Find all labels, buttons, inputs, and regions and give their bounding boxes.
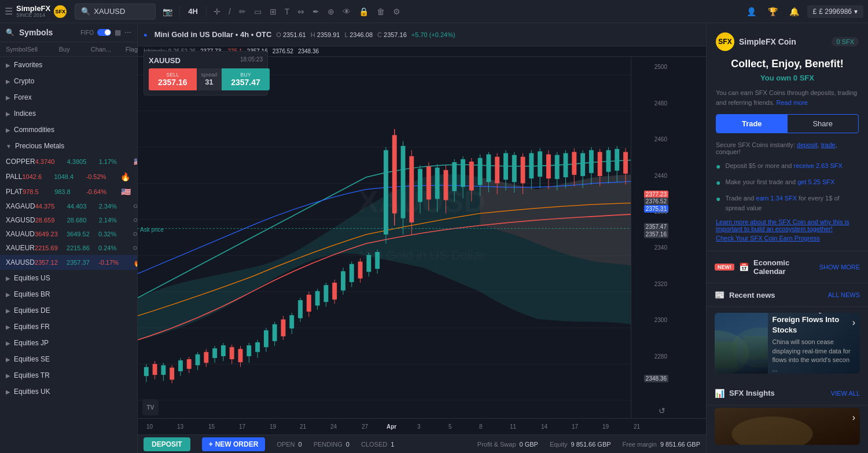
symbol-row-copper[interactable]: COPPER 4.3740 4.3805 1.17% 🇺🇸 [0,154,137,169]
symbol-row-xaueur[interactable]: XAUEUR 2215.69 2215.86 0.24% OTC [0,241,137,255]
candlestick-chart [138,57,668,418]
symbol-row-xauusd[interactable]: XAUUSD 2357.12 2357.37 -0.17% 🔥 [0,255,137,270]
all-news-link[interactable]: ALL NEWS [828,291,860,298]
symbol-row-pall[interactable]: PALL 1042.6 1048.4 -0.52% 🔥 [0,169,137,184]
svg-rect-91 [486,154,491,182]
fib-icon[interactable]: ⊞ [266,5,280,19]
svg-rect-73 [409,156,414,222]
chart-canvas[interactable]: XAUUSD Mini Gold in US Dollar Ask price [138,57,706,418]
svg-rect-53 [323,285,328,302]
deposit-button[interactable]: DEPOSIT [144,437,190,451]
trash-icon[interactable]: 🗑 [373,5,388,19]
crosshair-icon[interactable]: ✛ [210,5,224,19]
svg-rect-109 [564,153,568,177]
read-more-link[interactable]: Read more [777,99,808,106]
rewards-icon[interactable]: 🏆 [764,5,781,19]
eye-icon[interactable]: 👁 [339,5,354,19]
sfx-tab-share[interactable]: Share [788,115,859,133]
insights-arrow-icon[interactable]: › [852,412,855,423]
svg-rect-33 [238,349,243,362]
learn-more-link[interactable]: Learn more about the SFX Coin and why th… [716,218,859,232]
expand-icon: ▶ [6,275,10,282]
svg-rect-41 [273,324,277,341]
trade-link[interactable]: trade [821,141,836,148]
view-all-link[interactable]: VIEW ALL [831,390,860,397]
category-favorites[interactable]: ▶ Favorites [0,57,137,73]
symbol-row-xagusd[interactable]: XAGUSD 28.659 28.680 2.14% OTC [0,213,137,227]
deposit-link[interactable]: deposit [797,141,817,148]
news-card[interactable]: › China to End Live Feed on Gauge of For… [715,313,860,374]
plus-icon: + [209,440,213,448]
news-icon: 📰 [715,290,724,299]
category-equities-uk[interactable]: ▶ Equities UK [0,383,137,400]
earn-sfx-link[interactable]: earn 1.34 SFX [756,195,797,202]
refresh-icon[interactable]: ↺ [659,406,665,415]
expand-icon: ▶ [6,94,10,101]
get-sfx-link[interactable]: get 5.25 SFX [797,178,834,185]
category-equities-se[interactable]: ▶ Equities SE [0,351,137,367]
trendline-icon[interactable]: / [225,5,234,19]
top-toolbar: ☰ SimpleFX SINCE 2014 SFX 🔍 XAUUSD 📷 4H … [0,0,868,23]
category-equities-jp[interactable]: ▶ Equities JP [0,335,137,351]
interval-selector[interactable]: 4H [183,5,203,18]
category-equities-de[interactable]: ▶ Equities DE [0,302,137,319]
sfx-tab-trade[interactable]: Trade [716,115,788,133]
settings-icon[interactable]: ⚙ [389,5,404,19]
insights-card[interactable]: › [715,408,860,445]
symbol-row-xauaud[interactable]: XAUAUD 3649.23 3649.52 0.32% OTC [0,227,137,241]
category-equities-br[interactable]: ▶ Equities BR [0,286,137,302]
symbol-row-plat[interactable]: PLAT 978.5 983.8 -0.64% 🇺🇸 [0,184,137,199]
category-equities-us[interactable]: ▶ Equities US [0,270,137,286]
hamburger-menu[interactable]: ☰ [5,6,13,17]
symbol-row-xagaud[interactable]: XAGAUD 44.375 44.403 2.34% OTC [0,199,137,213]
category-crypto[interactable]: ▶ Crypto [0,73,137,89]
text-icon[interactable]: T [281,5,293,19]
profile-icon[interactable]: 👤 [743,5,760,19]
camera-icon[interactable]: 📷 [159,5,176,19]
symbol-search-bar[interactable]: 🔍 XAUUSD [75,3,156,20]
sfx-earn-list: ● Deposit $5 or more and receive 2.63 SF… [716,161,859,213]
grid-icon[interactable]: ▦ [115,28,121,36]
chart-header: ● Mini Gold in US Dollar • 4h • OTC O 23… [138,23,706,46]
category-precious-metals[interactable]: ▼ Precious Metals [0,138,137,154]
new-order-button[interactable]: + NEW ORDER [202,437,266,451]
category-forex[interactable]: ▶ Forex [0,89,137,105]
category-commodities[interactable]: ▶ Commodities [0,122,137,138]
category-equities-tr[interactable]: ▶ Equities TR [0,367,137,383]
lock-icon[interactable]: 🔒 [355,5,372,19]
svg-rect-61 [358,262,363,279]
svg-rect-59 [350,264,354,282]
receive-sfx-link[interactable]: receive 2.63 SFX [793,162,842,169]
category-equities-fr[interactable]: ▶ Equities FR [0,319,137,335]
separator [179,6,180,17]
fifo-toggle[interactable] [97,29,111,36]
expand-icon: ▶ [6,62,10,68]
measure-icon[interactable]: ⇔ [294,5,308,19]
notification-icon[interactable]: 🔔 [786,5,803,19]
draw-icon[interactable]: ✏ [236,5,249,19]
chart-ohlc: O 2351.61 H 2359.91 L 2346.08 C 2357.16 … [276,31,455,38]
category-indices[interactable]: ▶ Indices [0,105,137,122]
show-more-link[interactable]: SHOW MORE [819,264,860,271]
separator2 [206,6,207,17]
svg-rect-89 [478,158,483,185]
svg-rect-67 [384,150,388,235]
more-icon[interactable]: ⋯ [124,28,131,36]
svg-rect-51 [315,291,320,306]
user-balance[interactable]: £ £ 2996986 ▾ [807,5,863,18]
svg-rect-85 [461,159,465,187]
check-progress-link[interactable]: Check Your SFX Coin Earn Progress [716,235,859,242]
closed-orders-section: CLOSED 1 [361,441,394,448]
logo-area: ☰ SimpleFX SINCE 2014 SFX [5,5,67,18]
svg-rect-23 [196,355,200,366]
order-bar: DEPOSIT + NEW ORDER OPEN 0 PENDING 0 CLO… [138,434,706,453]
svg-rect-105 [546,154,551,178]
news-arrow-icon[interactable]: › [852,317,855,328]
recent-news-header: 📰 Recent news ALL NEWS [715,290,860,299]
magnet-icon[interactable]: ⊕ [324,5,338,19]
svg-rect-75 [418,169,422,202]
buy-button[interactable]: BUY 2357.47 [222,68,270,90]
rect-icon[interactable]: ▭ [251,5,265,19]
pencil-icon[interactable]: ✒ [309,5,323,19]
sell-button[interactable]: SELL 2357.16 [149,68,197,90]
